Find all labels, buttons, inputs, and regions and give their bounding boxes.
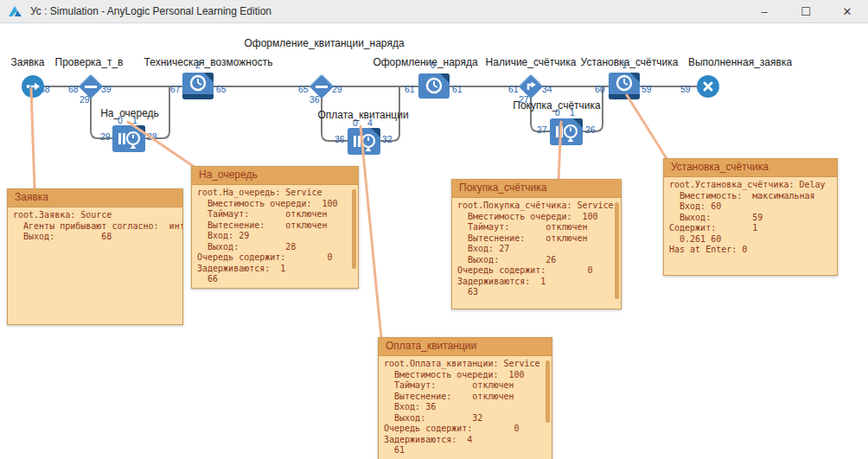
count-d2-in: 65 [298,84,309,94]
tooltip-body: root.На_очередь: Service Вместимость оче… [192,185,358,288]
count-t2-in: 61 [405,84,415,94]
delay-block-ustanovka[interactable] [609,73,640,99]
block-label-oplata: Оплата_квитанции [317,109,408,121]
tooltip-scrollbar[interactable] [546,360,550,423]
title-bar[interactable]: Ус : Simulation - AnyLogic Personal Lear… [0,0,868,23]
count-q3-delay: 1 [570,107,575,118]
block-label-na-ochered: На_очередь [100,107,159,119]
block-label-oformlenie-naryada: Оформление_наряда [373,56,477,68]
block-label-oformlenie-kvitancii: Оформление_квитанции_наряда [244,37,404,49]
count-q2-in: 36 [335,134,345,144]
corner-fold-icon [204,73,214,82]
block-label-vypolnennaya: Выполненная_заявка [688,56,792,68]
tooltip-scrollbar[interactable] [352,189,356,269]
tooltip-body: root.Покупка_счётчика: Service Вместимос… [452,198,621,301]
count-t3-out: 59 [641,84,652,94]
block-label-ustanovka: Установка_счётчика [581,56,679,68]
corner-fold-icon [136,125,145,135]
anylogic-logo-icon [8,4,23,18]
count-d3-right: 34 [542,84,552,94]
tooltip-title: Покупка_счётчика [452,180,621,198]
selectoutput-minus-icon [316,86,328,88]
count-q3-out: 26 [585,124,596,135]
count-sink-in: 59 [680,84,691,94]
count-d1-in: 68 [68,84,79,94]
count-q2-queue: 0 [353,118,358,128]
maximize-button[interactable]: ☐ [785,0,827,22]
count-q3-queue: 0 [555,107,560,118]
delay-block-tech-vozmozhnost[interactable] [182,73,214,99]
service-block-na-ochered[interactable] [112,125,145,152]
count-d1-right: 39 [101,84,112,94]
source-arrow-icon [22,75,44,98]
close-button[interactable]: ✕ [827,0,868,22]
count-q2-out: 32 [382,134,393,144]
sink-x-icon [697,75,719,98]
corner-fold-icon [573,118,583,128]
count-q1-in: 29 [100,131,111,142]
tooltip-ustanovka: Установка_счётчика root.Установка_счётчи… [663,158,838,276]
count-t3-above: 1 [622,60,627,70]
tooltip-pokupka: Покупка_счётчика root.Покупка_счётчика: … [451,179,622,309]
count-q3-in: 27 [537,124,547,135]
occupancy-bar [182,94,214,99]
tooltip-title: Установка_счётчика [664,159,837,177]
count-q1-queue: 0 [118,115,123,125]
source-block-zayavka[interactable] [22,75,44,98]
count-t1-out: 65 [216,84,227,94]
block-label-zayavka: Заявка [11,56,45,68]
count-d3-in: 61 [508,84,519,94]
occupancy-bar [609,94,640,99]
tooltip-body: root.Оплата_квитанции: Service Вместимос… [379,356,552,459]
tooltip-na-ochered: На_очередь root.На_очередь: Service Вмес… [191,166,359,289]
service-block-pokupka[interactable] [550,118,583,145]
count-q2-delay: 4 [367,118,373,128]
block-label-tech-vozmozhnost: Техническая_возможность [144,56,273,68]
count-t3-in: 60 [595,84,605,94]
tooltip-oplata: Оплата_квитанции root.Оплата_квитанции: … [378,337,552,459]
count-t1-in: 67 [170,84,181,94]
corner-fold-icon [440,73,450,83]
selectoutput-minus-icon [85,86,97,88]
service-block-oplata[interactable] [348,128,380,155]
count-q1-out: 28 [147,131,157,142]
count-t2-above: 0 [431,60,436,70]
tooltip-scrollbar[interactable] [615,202,619,299]
simulation-window: Ус : Simulation - AnyLogic Personal Lear… [0,0,868,459]
block-label-proverka: Проверка_т_в [55,56,124,68]
count-d2-right: 29 [332,84,342,94]
tooltip-body: root.Установка_счётчика: Delay Вместимос… [664,177,837,258]
count-t1-above: 2 [195,60,201,70]
corner-fold-icon [630,73,640,82]
count-t2-out: 61 [452,84,463,94]
tooltip-zayavka: Заявка root.Заявка: Source Агенты прибыв… [7,188,183,325]
delay-block-oformlenie-naryada[interactable] [418,73,450,99]
window-title: Ус : Simulation - AnyLogic Personal Lear… [30,5,271,17]
tooltip-title: На_очередь [192,167,358,185]
tooltip-body: root.Заявка: Source Агенты прибывают сог… [8,207,182,245]
minimize-button[interactable]: – [744,0,785,22]
tooltip-title: Оплата_квитанции [379,338,552,356]
sink-block-vypolnennaya[interactable] [697,75,719,98]
block-label-nalichie-schetchika: Наличие_счётчика [486,56,577,68]
tooltip-title: Заявка [8,189,182,207]
count-q1-delay: 1 [132,115,137,125]
corner-fold-icon [371,128,380,137]
